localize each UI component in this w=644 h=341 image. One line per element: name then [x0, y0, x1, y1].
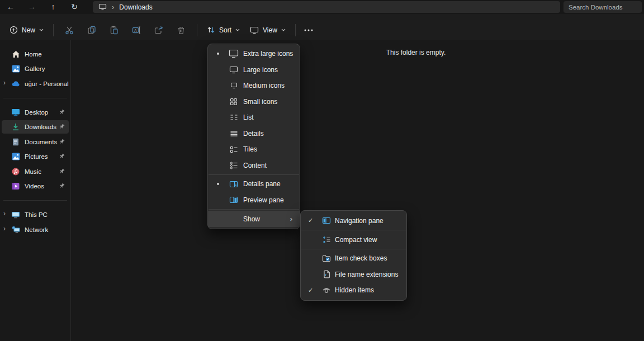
this-pc-icon: [11, 211, 20, 219]
sidebar-item-this-pc[interactable]: › This PC: [2, 208, 69, 221]
sidebar-item-music[interactable]: Music: [2, 165, 69, 178]
trash-icon: [176, 25, 186, 35]
onedrive-cloud-icon: [11, 80, 20, 87]
this-pc-icon: [98, 3, 107, 11]
sort-button[interactable]: Sort: [202, 22, 245, 39]
menu-item-content[interactable]: Content: [208, 158, 300, 174]
compact-view-icon: [321, 236, 332, 244]
chevron-right-icon[interactable]: ›: [3, 210, 6, 217]
view-monitor-icon: [250, 26, 259, 34]
view-button-label: View: [263, 26, 277, 34]
content-icon: [228, 162, 239, 169]
menu-item-label: Preview pane: [243, 196, 284, 204]
sidebar-divider: [3, 98, 67, 98]
scissors-icon: [64, 25, 74, 35]
copy-button[interactable]: [80, 22, 103, 39]
tiles-icon: [228, 146, 239, 153]
pin-icon: [59, 139, 65, 145]
menu-item-medium-icons[interactable]: Medium icons: [208, 78, 300, 94]
sidebar-item-onedrive-personal[interactable]: › uğur - Personal: [2, 77, 69, 91]
sidebar-item-label: Pictures: [25, 153, 48, 160]
forward-button[interactable]: →: [21, 0, 42, 14]
sidebar-item-label: Downloads: [25, 124, 56, 130]
submenu-item-compact-view[interactable]: Compact view: [301, 231, 406, 248]
menu-item-label: Small icons: [243, 98, 277, 106]
menu-item-preview-pane[interactable]: Preview pane: [208, 192, 300, 209]
sidebar-item-network[interactable]: › Network: [2, 223, 69, 236]
view-menu: Extra large icons Large icons Medium ico…: [207, 44, 300, 229]
submenu-item-file-name-extensions[interactable]: File name extensions: [301, 267, 406, 283]
preview-pane-icon: [228, 196, 239, 203]
documents-icon: [11, 138, 20, 146]
menu-item-list[interactable]: List: [208, 110, 300, 126]
sidebar-item-label: This PC: [25, 211, 48, 218]
chevron-right-icon[interactable]: ›: [3, 79, 6, 87]
sidebar-item-downloads[interactable]: Downloads: [2, 120, 69, 134]
downloads-icon: [11, 123, 20, 131]
svg-text:A: A: [134, 28, 137, 32]
menu-divider: [209, 174, 299, 175]
submenu-item-item-check-boxes[interactable]: Item check boxes: [301, 250, 406, 267]
menu-item-label: Hidden items: [335, 286, 374, 294]
pin-icon: [59, 153, 65, 159]
chevron-down-icon: [39, 29, 44, 31]
sidebar-item-label: uğur - Personal: [25, 80, 69, 87]
sidebar-item-label: Documents: [25, 139, 57, 145]
sidebar-item-pictures[interactable]: Pictures: [2, 150, 69, 163]
menu-item-small-icons[interactable]: Small icons: [208, 94, 300, 110]
share-button[interactable]: [148, 22, 170, 39]
empty-folder-message: This folder is empty.: [386, 49, 446, 56]
sidebar-item-desktop[interactable]: Desktop: [2, 106, 69, 119]
menu-item-label: Large icons: [243, 66, 278, 74]
command-bar: New A Sort: [0, 14, 644, 40]
file-name-extensions-icon: [321, 270, 332, 278]
submenu-item-hidden-items[interactable]: ✓ Hidden items: [301, 282, 406, 299]
sidebar-item-gallery[interactable]: Gallery: [2, 62, 69, 75]
refresh-button[interactable]: ↻: [64, 0, 85, 14]
chevron-right-icon[interactable]: ›: [3, 225, 6, 233]
menu-item-show[interactable]: Show ›: [208, 211, 300, 227]
up-button[interactable]: ↑: [42, 0, 64, 14]
sidebar-divider: [3, 200, 67, 201]
menu-item-label: Medium icons: [243, 82, 285, 89]
navigation-pane-icon: [321, 217, 332, 224]
chevron-down-icon: [281, 29, 286, 31]
back-button[interactable]: ←: [0, 0, 21, 14]
delete-button[interactable]: [170, 22, 192, 39]
menu-item-label: Details pane: [243, 180, 281, 188]
paste-button[interactable]: [103, 22, 125, 39]
radio-dot-icon: [217, 183, 219, 185]
menu-item-large-icons[interactable]: Large icons: [208, 62, 300, 78]
menu-item-extra-large-icons[interactable]: Extra large icons: [208, 46, 300, 62]
menu-divider: [209, 209, 299, 210]
list-icon: [228, 114, 239, 121]
title-bar: ← → ↑ ↻ › Downloads: [0, 0, 644, 14]
breadcrumb-current[interactable]: Downloads: [119, 3, 152, 11]
medium-icons-icon: [228, 82, 239, 89]
submenu-item-navigation-pane[interactable]: ✓ Navigation pane: [301, 212, 406, 229]
large-icons-icon: [228, 66, 239, 74]
network-icon: [11, 226, 20, 233]
menu-item-details[interactable]: Details: [208, 126, 300, 142]
address-bar[interactable]: › Downloads: [93, 1, 560, 13]
search-input[interactable]: [564, 1, 642, 13]
sidebar-item-documents[interactable]: Documents: [2, 135, 69, 149]
menu-item-tiles[interactable]: Tiles: [208, 141, 300, 158]
small-icons-icon: [228, 98, 239, 106]
sidebar-item-videos[interactable]: Videos: [2, 179, 69, 193]
pin-icon: [59, 124, 65, 130]
menu-item-label: Item check boxes: [335, 254, 387, 262]
new-button[interactable]: New: [4, 22, 49, 39]
sidebar-item-label: Desktop: [25, 109, 48, 116]
rename-button[interactable]: A: [125, 22, 148, 39]
item-check-boxes-icon: [321, 254, 332, 262]
toolbar-separator: [295, 24, 296, 36]
menu-divider: [301, 230, 406, 230]
copy-icon: [87, 25, 97, 35]
view-button[interactable]: View: [245, 22, 291, 39]
radio-dot-icon: [217, 53, 219, 55]
cut-button[interactable]: [58, 22, 80, 39]
more-options-button[interactable]: [300, 22, 317, 39]
menu-item-details-pane[interactable]: Details pane: [208, 176, 300, 192]
sidebar-item-home[interactable]: Home: [2, 48, 69, 61]
